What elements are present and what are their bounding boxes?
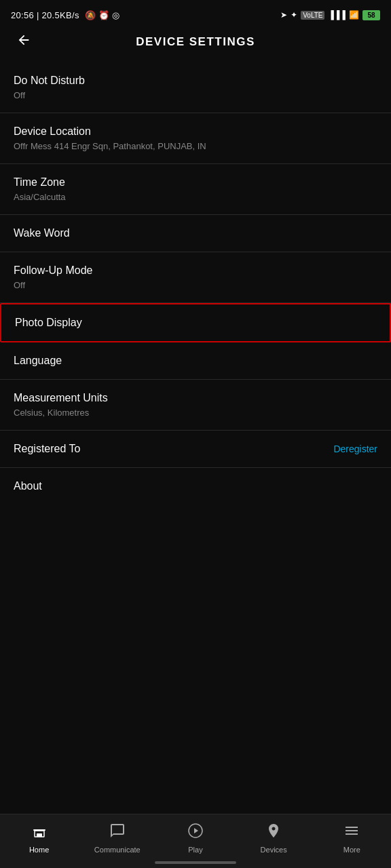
- settings-item-wake-word[interactable]: Wake Word: [0, 215, 391, 252]
- settings-item-about[interactable]: About: [0, 468, 391, 505]
- communicate-icon: [109, 823, 126, 843]
- settings-item-time-zone[interactable]: Time ZoneAsia/Calcutta: [0, 164, 391, 215]
- home-icon: [31, 823, 48, 843]
- setting-title-follow-up-mode: Follow-Up Mode: [14, 264, 92, 277]
- play-icon: [187, 823, 204, 843]
- svg-rect-2: [37, 833, 42, 837]
- setting-title-registered-to: Registered To: [14, 443, 80, 455]
- settings-list: Do Not DisturbOffDevice LocationOffr Mes…: [0, 57, 391, 510]
- location-icon: ➤: [280, 10, 287, 20]
- nav-label-play: Play: [188, 846, 202, 854]
- battery-icon: 58: [362, 10, 380, 20]
- nav-item-communicate[interactable]: Communicate: [87, 823, 148, 854]
- status-bar: 20:56 | 20.5KB/s 🔕 ⏰ ◎ ➤ ✦ VoLTE ▐▐▐ 📶 5…: [0, 0, 391, 27]
- nav-label-devices: Devices: [261, 846, 287, 854]
- page-title: DEVICE SETTINGS: [136, 35, 255, 49]
- status-time: 20:56: [11, 10, 34, 20]
- setting-subtitle-time-zone: Asia/Calcutta: [14, 192, 66, 202]
- status-icons: ➤ ✦ VoLTE ▐▐▐ 📶 58: [280, 10, 380, 20]
- volte-icon: VoLTE: [301, 11, 324, 20]
- bluetooth-icon: ✦: [291, 10, 297, 20]
- settings-item-language[interactable]: Language: [0, 342, 391, 380]
- bottom-navigation: Home Communicate Play Devices: [0, 814, 391, 868]
- setting-title-time-zone: Time Zone: [14, 176, 66, 189]
- setting-title-device-location: Device Location: [14, 125, 206, 138]
- setting-title-wake-word: Wake Word: [14, 227, 70, 239]
- back-button[interactable]: [11, 30, 37, 54]
- setting-subtitle-device-location: Offr Mess 414 Engr Sqn, Pathankot, PUNJA…: [14, 141, 206, 151]
- signal-icon: ▐▐▐: [328, 10, 346, 20]
- settings-item-registered-to[interactable]: Registered ToDeregister: [0, 431, 391, 468]
- settings-item-measurement-units[interactable]: Measurement UnitsCelsius, Kilometres: [0, 380, 391, 431]
- app-bar: DEVICE SETTINGS: [0, 27, 391, 57]
- status-network: 20.5KB/s: [42, 10, 79, 20]
- setting-title-measurement-units: Measurement Units: [14, 392, 108, 404]
- setting-action-registered-to[interactable]: Deregister: [333, 443, 377, 454]
- nav-label-more: More: [343, 846, 360, 854]
- nav-label-communicate: Communicate: [94, 846, 141, 854]
- setting-subtitle-do-not-disturb: Off: [14, 90, 85, 100]
- settings-item-do-not-disturb[interactable]: Do Not DisturbOff: [0, 62, 391, 113]
- nav-item-play[interactable]: Play: [165, 823, 226, 854]
- settings-item-device-location[interactable]: Device LocationOffr Mess 414 Engr Sqn, P…: [0, 113, 391, 164]
- settings-item-follow-up-mode[interactable]: Follow-Up ModeOff: [0, 252, 391, 303]
- devices-icon: [265, 823, 282, 843]
- nav-item-more[interactable]: More: [321, 823, 382, 854]
- setting-subtitle-follow-up-mode: Off: [14, 280, 92, 290]
- status-time-network: 20:56 | 20.5KB/s 🔕 ⏰ ◎: [11, 10, 119, 20]
- nav-item-home[interactable]: Home: [9, 823, 70, 854]
- wifi-icon: 📶: [349, 10, 359, 20]
- more-icon: [343, 823, 360, 843]
- nav-label-home: Home: [29, 846, 49, 854]
- setting-title-language: Language: [14, 355, 62, 367]
- battery-level: 58: [367, 12, 375, 19]
- setting-title-about: About: [14, 480, 42, 492]
- setting-subtitle-measurement-units: Celsius, Kilometres: [14, 408, 108, 418]
- settings-item-photo-display[interactable]: Photo Display: [0, 303, 391, 342]
- setting-title-photo-display: Photo Display: [15, 317, 82, 329]
- nav-item-devices[interactable]: Devices: [243, 823, 304, 854]
- setting-title-do-not-disturb: Do Not Disturb: [14, 75, 85, 87]
- home-indicator: [155, 861, 236, 864]
